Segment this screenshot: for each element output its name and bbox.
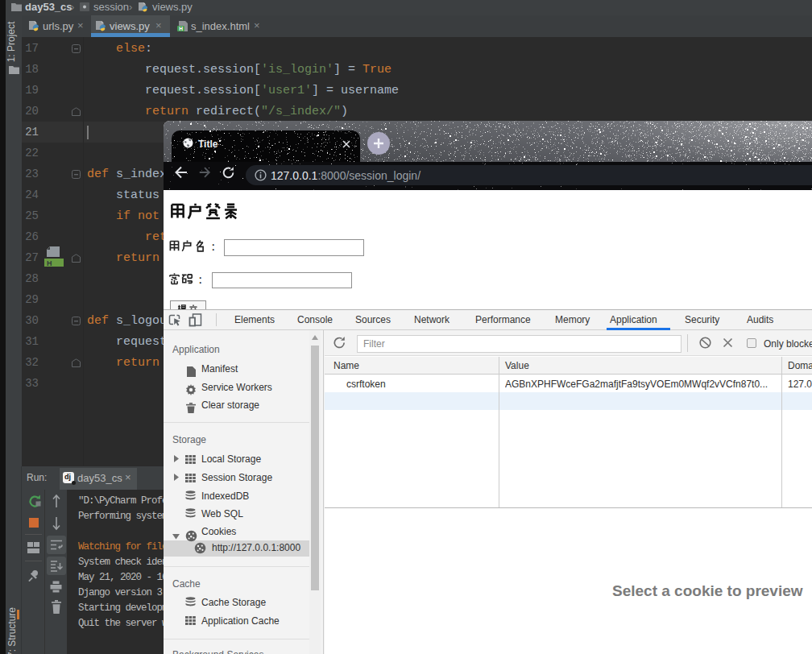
- svg-text:H: H: [179, 26, 183, 31]
- svg-text:H: H: [47, 259, 52, 267]
